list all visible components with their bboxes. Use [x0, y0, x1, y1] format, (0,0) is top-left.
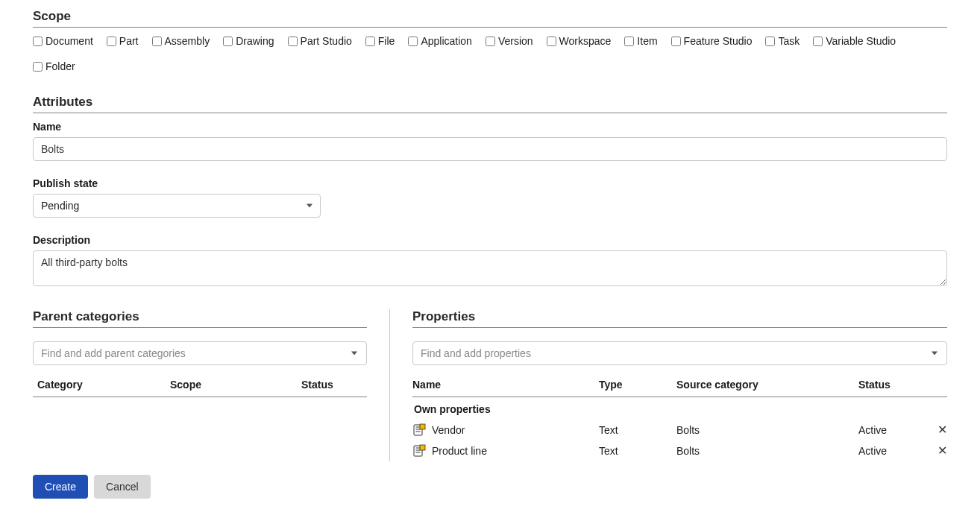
name-input[interactable] [33, 137, 947, 161]
property-status: Active [858, 424, 926, 436]
scope-label: Part Studio [301, 35, 352, 47]
description-label: Description [33, 234, 947, 246]
scope-label: Folder [45, 60, 75, 72]
scope-item-assembly[interactable]: Assembly [152, 35, 210, 47]
svg-rect-4 [420, 424, 425, 429]
properties-title: Properties [412, 309, 947, 324]
property-status: Active [858, 445, 926, 457]
scope-item-part[interactable]: Part [107, 35, 139, 47]
attributes-section-title: Attributes [33, 95, 947, 110]
chevron-down-icon [351, 352, 357, 356]
scope-label: Assembly [165, 35, 210, 47]
publish-state-value: Pending [41, 200, 79, 212]
property-name: Product line [432, 445, 487, 457]
remove-property-button[interactable]: ✕ [937, 424, 947, 436]
scope-item-drawing[interactable]: Drawing [223, 35, 274, 47]
property-type: Text [599, 424, 676, 436]
scope-item-application[interactable]: Application [408, 35, 472, 47]
scope-label: Item [637, 35, 657, 47]
property-icon [412, 444, 426, 458]
scope-item-feature-studio[interactable]: Feature Studio [671, 35, 753, 47]
scope-label: Document [45, 35, 93, 47]
col-status: Status [858, 379, 947, 391]
close-icon: ✕ [937, 444, 947, 457]
scope-item-workspace[interactable]: Workspace [547, 35, 612, 47]
name-label: Name [33, 121, 947, 133]
cancel-button[interactable]: Cancel [94, 475, 151, 499]
scope-checkbox-variable-studio[interactable] [813, 37, 823, 46]
svg-rect-9 [420, 445, 425, 450]
publish-state-label: Publish state [33, 177, 947, 189]
own-properties-group-label: Own properties [412, 397, 947, 420]
properties-search[interactable]: Find and add properties [412, 341, 947, 365]
scope-checkbox-assembly[interactable] [152, 37, 162, 46]
scope-label: Version [498, 35, 533, 47]
scope-item-task[interactable]: Task [765, 35, 800, 47]
publish-state-select[interactable]: Pending [33, 194, 321, 218]
chevron-down-icon [307, 204, 312, 208]
property-source-category: Bolts [676, 445, 858, 457]
parent-categories-title: Parent categories [33, 309, 367, 324]
scope-checkbox-folder[interactable] [33, 62, 43, 72]
scope-checkbox-item[interactable] [624, 37, 634, 46]
col-scope: Scope [170, 379, 301, 391]
scope-checkbox-drawing[interactable] [223, 37, 233, 46]
scope-checkbox-part-studio[interactable] [288, 37, 298, 46]
footer-buttons: Create Cancel [33, 475, 947, 499]
scope-checkbox-task[interactable] [765, 37, 775, 46]
parent-categories-table-head: Category Scope Status [33, 379, 367, 397]
scope-item-variable-studio[interactable]: Variable Studio [813, 35, 896, 47]
scope-checkbox-file[interactable] [365, 37, 375, 46]
scope-checkbox-workspace[interactable] [547, 37, 556, 46]
scope-label: Part [119, 35, 139, 47]
scope-item-part-studio[interactable]: Part Studio [288, 35, 352, 47]
scope-item-file[interactable]: File [365, 35, 395, 47]
scope-label: Drawing [236, 35, 274, 47]
property-type: Text [599, 445, 676, 457]
col-name: Name [412, 379, 599, 391]
scope-label: File [378, 35, 395, 47]
parent-categories-rule [33, 327, 367, 328]
property-row: Vendor Text Bolts Active ✕ [412, 420, 947, 440]
parent-categories-search[interactable]: Find and add parent categories [33, 341, 367, 365]
scope-checkbox-feature-studio[interactable] [671, 37, 681, 46]
scope-checkbox-part[interactable] [107, 37, 116, 46]
scope-rule [33, 27, 947, 28]
scope-label: Variable Studio [826, 35, 896, 47]
create-button[interactable]: Create [33, 475, 88, 499]
scope-checkbox-document[interactable] [33, 37, 43, 46]
properties-rule [412, 327, 947, 328]
scope-checkbox-version[interactable] [486, 37, 495, 46]
publish-state-field-group: Publish state Pending [33, 177, 947, 218]
scope-label: Task [778, 35, 800, 47]
col-source-category: Source category [676, 379, 858, 391]
parent-categories-placeholder: Find and add parent categories [41, 347, 186, 359]
scope-label: Application [421, 35, 472, 47]
scope-label: Workspace [559, 35, 612, 47]
property-icon [412, 423, 426, 437]
chevron-down-icon [932, 352, 937, 356]
property-row: Product line Text Bolts Active ✕ [412, 440, 947, 461]
scope-item-version[interactable]: Version [486, 35, 533, 47]
scope-item-folder[interactable]: Folder [33, 60, 75, 72]
col-type: Type [599, 379, 676, 391]
description-field-group: Description [33, 234, 947, 288]
scope-label: Feature Studio [684, 35, 753, 47]
close-icon: ✕ [937, 423, 947, 436]
properties-table-head: Name Type Source category Status [412, 379, 947, 397]
col-category: Category [37, 379, 170, 391]
name-field-group: Name [33, 121, 947, 161]
scope-item-item[interactable]: Item [624, 35, 657, 47]
scope-section-title: Scope [33, 9, 947, 24]
col-status: Status [301, 379, 362, 391]
scope-checkbox-application[interactable] [408, 37, 418, 46]
property-name: Vendor [432, 424, 465, 436]
property-source-category: Bolts [676, 424, 858, 436]
attributes-rule [33, 113, 947, 113]
description-textarea[interactable] [33, 250, 947, 286]
properties-placeholder: Find and add properties [421, 347, 531, 359]
remove-property-button[interactable]: ✕ [937, 445, 947, 457]
scope-item-document[interactable]: Document [33, 35, 93, 47]
scope-checkbox-row: Document Part Assembly Drawing Part Stud… [33, 35, 947, 72]
